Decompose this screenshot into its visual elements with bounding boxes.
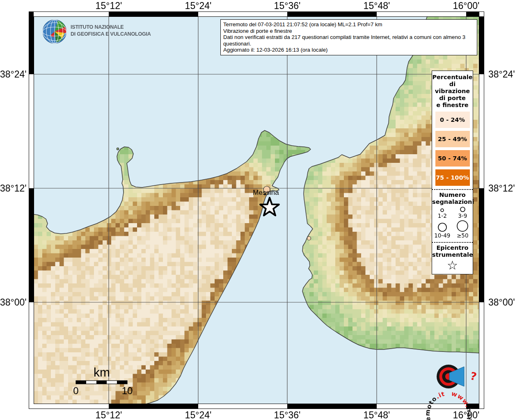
- legend-epicenter-line: strumentale: [432, 251, 473, 258]
- ingv-line2: DI GEOFISICA E VULCANOLOGIA: [71, 31, 151, 38]
- axis-label: 15°12': [96, 0, 122, 11]
- legend-class-swatch: 0 - 24%: [435, 112, 470, 128]
- signal-circle-icon: [437, 222, 447, 232]
- legend-signal-label: 10-49: [434, 233, 450, 239]
- scalebar-end: 10: [122, 385, 133, 397]
- legend-class-swatch: 75 - 100%: [435, 169, 470, 186]
- axis-label: 38°12': [488, 183, 515, 194]
- legend-signal-item: 1-2: [433, 208, 452, 219]
- axis-label: 15°36': [274, 0, 301, 11]
- ingv-logo-text: ISTITUTO NAZIONALE DI GEOFISICA E VULCAN…: [71, 24, 151, 38]
- legend-signals-title-line: Numero: [432, 192, 473, 199]
- info-line: Aggiornato il: 12-03-2026 16:13 (ora loc…: [223, 47, 474, 53]
- legend: Percentuale di vibrazione di porte e fin…: [432, 71, 473, 274]
- signal-circle-icon: [440, 208, 444, 212]
- axis-label: 38°12': [0, 183, 25, 194]
- axis-label: 38°24': [488, 69, 515, 80]
- legend-divider: [432, 242, 473, 243]
- legend-title-line: Percentuale: [432, 74, 473, 81]
- legend-color-classes: 0 - 24%25 - 49%50 - 74%75 - 100%: [432, 112, 473, 186]
- legend-signal-sizes: 1-23-910-49≥50: [432, 206, 473, 239]
- axis-label: 15°24': [185, 0, 212, 11]
- scalebar-start: 0: [73, 385, 78, 397]
- axis-label: 38°00': [488, 297, 515, 308]
- signal-circle-icon: [456, 220, 469, 232]
- axis-label: 16°00': [453, 0, 480, 11]
- legend-title-line: di porte: [432, 95, 473, 102]
- axis-label: 15°24': [185, 410, 212, 420]
- earthquake-info-box: Terremoto del 07-03-2011 21:07:52 (ora l…: [220, 19, 477, 55]
- signal-circle-icon: [460, 206, 466, 212]
- axis-label: 16°00': [453, 410, 480, 420]
- axis-label: 15°12': [96, 410, 122, 420]
- axis-label: 38°00': [0, 297, 25, 308]
- terrain-map: [34, 16, 479, 404]
- legend-epicenter-line: Epicentro: [432, 244, 473, 251]
- axis-label: 15°48': [364, 410, 390, 420]
- legend-class-swatch: 50 - 74%: [435, 150, 470, 167]
- legend-signal-label: 1-2: [438, 213, 447, 219]
- scalebar-unit: km: [94, 365, 110, 379]
- info-line: Vibrazione di porte e finestre: [223, 28, 474, 34]
- axis-label: 15°48': [364, 0, 390, 11]
- info-line: Dati non verificati estratti da 217 ques…: [223, 34, 474, 47]
- legend-signal-item: 10-49: [433, 222, 452, 239]
- legend-signal-row: 10-49≥50: [432, 220, 473, 239]
- legend-title-line: e finestre: [432, 102, 473, 109]
- legend-signal-item: 3-9: [453, 206, 472, 219]
- legend-star-icon: ☆: [432, 259, 473, 272]
- map-page: www.haisentitoilterremoto.it ? 15°12'15°…: [0, 0, 515, 420]
- legend-title-line: di vibrazione: [432, 81, 473, 95]
- legend-signal-row: 1-23-9: [432, 206, 473, 219]
- legend-signals-title: Numero segnalazioni: [432, 192, 473, 205]
- info-line: Terremoto del 07-03-2011 21:07:52 (ora l…: [223, 21, 474, 28]
- axis-label: 15°36': [274, 410, 301, 420]
- legend-epicenter-title: Epicentro strumentale: [432, 244, 473, 258]
- legend-divider: [432, 189, 473, 190]
- legend-signal-item: ≥50: [453, 220, 472, 239]
- legend-signal-label: ≥50: [457, 233, 469, 239]
- ingv-line1: ISTITUTO NAZIONALE: [71, 24, 151, 31]
- city-label: Messina: [253, 189, 279, 197]
- legend-title: Percentuale di vibrazione di porte e fin…: [432, 74, 473, 109]
- axis-label: 38°24': [0, 69, 25, 80]
- legend-signals-title-line: segnalazioni: [432, 199, 473, 205]
- legend-signal-label: 3-9: [458, 213, 467, 219]
- legend-class-swatch: 25 - 49%: [435, 131, 470, 147]
